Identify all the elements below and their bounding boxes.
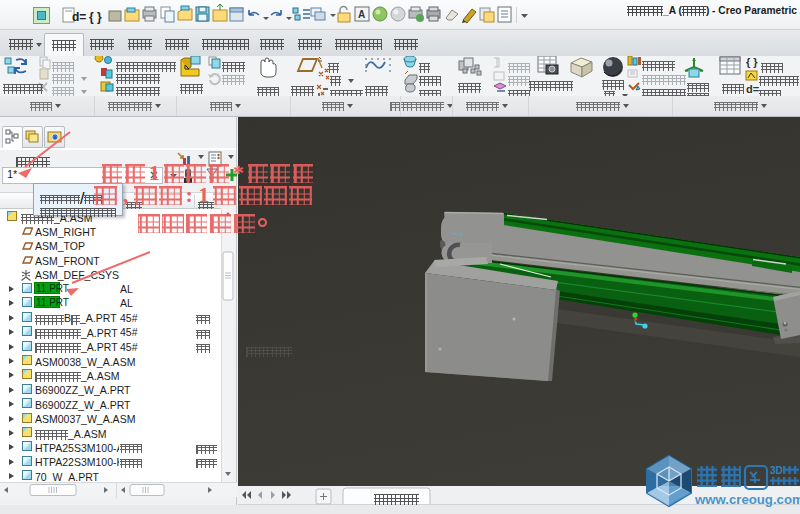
svg-text:d=: d= — [72, 10, 86, 24]
svg-text:{ }: { } — [746, 56, 758, 68]
svg-text:A: A — [358, 9, 365, 20]
svg-text:www.creoug.com: www.creoug.com — [694, 492, 800, 507]
svg-text:{ }: { } — [89, 10, 102, 24]
svg-text:d=: d= — [746, 83, 759, 95]
svg-text:3D: 3D — [770, 465, 783, 476]
